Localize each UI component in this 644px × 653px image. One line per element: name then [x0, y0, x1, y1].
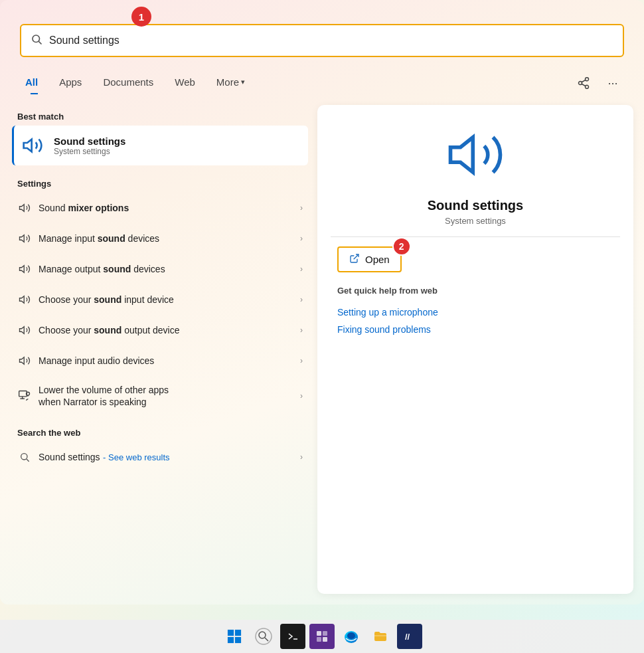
share-icon[interactable] — [572, 72, 595, 94]
svg-point-3 — [579, 82, 582, 85]
best-match-info: Sound settings System settings — [54, 136, 125, 156]
svg-line-5 — [582, 84, 586, 86]
chevron-right-icon-3: › — [300, 264, 303, 274]
svg-rect-23 — [235, 630, 241, 636]
svg-point-18 — [21, 454, 27, 460]
input-sound-text: Manage input sound devices — [39, 233, 293, 244]
quick-help-label: Get quick help from web — [337, 286, 613, 296]
best-match-item[interactable]: Sound settings System settings — [12, 126, 308, 165]
tabs-right-actions: ··· — [572, 72, 624, 94]
taskbar: // — [0, 620, 644, 653]
svg-point-26 — [256, 628, 272, 644]
settings-item-choose-output[interactable]: Choose your sound output device › — [11, 315, 309, 345]
svg-line-28 — [265, 638, 268, 641]
taskbar-terminal-button[interactable] — [280, 624, 305, 649]
taskbar-custom-app-button[interactable]: // — [397, 624, 422, 649]
svg-point-0 — [33, 35, 40, 43]
microphone-help-link[interactable]: Setting up a microphone — [337, 304, 613, 321]
right-sound-icon — [445, 125, 505, 187]
settings-section: Settings Sound mixer options › — [11, 172, 309, 416]
search-web-query: Sound settings — [39, 452, 100, 462]
taskbar-edge-button[interactable] — [339, 624, 364, 649]
tab-all[interactable]: All — [20, 72, 48, 94]
svg-line-21 — [354, 254, 359, 259]
svg-rect-25 — [235, 637, 241, 643]
search-web-label: Search the web — [11, 421, 309, 442]
step-2-badge: 2 — [392, 237, 411, 256]
best-match-title: Sound settings — [54, 136, 125, 147]
svg-marker-11 — [20, 296, 25, 304]
svg-marker-10 — [20, 266, 25, 273]
search-icon — [31, 33, 42, 48]
input-sound-icon — [17, 231, 32, 246]
open-button-label: Open — [365, 254, 390, 265]
svg-marker-12 — [20, 327, 25, 334]
right-panel-subtitle: System settings — [445, 216, 506, 226]
svg-point-4 — [586, 85, 589, 88]
choose-output-icon — [17, 323, 32, 337]
svg-point-37 — [347, 632, 355, 639]
open-button-wrap: 2 Open — [337, 246, 402, 272]
chevron-right-icon-6: › — [300, 356, 303, 365]
chevron-right-icon-8: › — [300, 452, 303, 462]
choose-output-text: Choose your sound output device — [39, 324, 293, 336]
search-box[interactable]: Sound settings — [20, 24, 624, 57]
divider — [331, 236, 620, 237]
external-link-icon — [349, 253, 360, 266]
settings-item-choose-input[interactable]: Choose your sound input device › — [11, 284, 309, 315]
right-panel: Sound settings System settings 2 — [317, 105, 633, 594]
svg-point-2 — [586, 78, 589, 81]
svg-line-6 — [582, 80, 586, 82]
chevron-right-icon-4: › — [300, 295, 303, 304]
sound-problems-link[interactable]: Fixing sound problems — [337, 321, 613, 338]
taskbar-files-button[interactable] — [368, 624, 393, 649]
more-options-icon[interactable]: ··· — [602, 72, 624, 94]
svg-marker-13 — [20, 357, 25, 365]
svg-marker-8 — [20, 205, 25, 212]
right-panel-title: Sound settings — [428, 198, 523, 213]
tab-documents[interactable]: Documents — [92, 72, 164, 94]
svg-line-19 — [27, 459, 29, 462]
sound-settings-icon — [21, 134, 44, 157]
svg-point-27 — [259, 632, 266, 638]
svg-rect-33 — [323, 631, 327, 636]
tab-web[interactable]: Web — [164, 72, 206, 94]
taskbar-widgets-button[interactable] — [309, 624, 335, 649]
settings-item-narrator[interactable]: Lower the volume of other appswhen Narra… — [11, 376, 309, 416]
settings-item-output-sound[interactable]: Manage output sound devices › — [11, 254, 309, 284]
svg-marker-20 — [451, 138, 473, 173]
chevron-right-icon: › — [300, 203, 303, 213]
audio-devices-text: Manage input audio devices — [39, 355, 293, 367]
taskbar-search-button[interactable] — [251, 624, 276, 649]
svg-rect-34 — [317, 637, 321, 642]
audio-devices-icon — [17, 353, 32, 368]
web-search-icon — [17, 450, 32, 464]
settings-item-sound-mixer[interactable]: Sound mixer options › — [11, 193, 309, 223]
svg-rect-32 — [317, 631, 321, 636]
left-panel: Best match Sound settings System setting… — [11, 105, 309, 594]
narrator-text: Lower the volume of other appswhen Narra… — [39, 384, 293, 408]
search-overlay: 1 Sound settings All Apps Documents Web — [0, 0, 644, 605]
svg-rect-22 — [228, 630, 234, 636]
search-web-section: Search the web Sound settings - See web … — [11, 421, 309, 472]
choose-input-icon — [17, 292, 32, 307]
settings-item-audio-devices[interactable]: Manage input audio devices › — [11, 345, 309, 376]
choose-input-text: Choose your sound input device — [39, 294, 293, 306]
search-web-text-wrap: Sound settings - See web results — [39, 451, 170, 463]
svg-rect-35 — [323, 637, 327, 642]
tabs-row: All Apps Documents Web More ▾ — [20, 72, 624, 94]
tab-apps[interactable]: Apps — [48, 72, 92, 94]
see-web-results-link[interactable]: - See web results — [103, 452, 169, 462]
taskbar-windows-button[interactable] — [222, 624, 247, 649]
chevron-right-icon-5: › — [300, 326, 303, 335]
search-web-item[interactable]: Sound settings - See web results › — [11, 442, 309, 472]
open-button[interactable]: Open — [337, 246, 402, 272]
output-sound-text: Manage output sound devices — [39, 263, 293, 275]
step-1-badge: 1 — [131, 7, 151, 27]
chevron-right-icon-2: › — [300, 234, 303, 243]
tab-more[interactable]: More ▾ — [206, 72, 256, 94]
sound-mixer-text: Sound mixer options — [39, 202, 293, 214]
settings-item-input-sound[interactable]: Manage input sound devices › — [11, 223, 309, 254]
svg-marker-9 — [20, 235, 25, 242]
best-match-subtitle: System settings — [54, 147, 125, 156]
